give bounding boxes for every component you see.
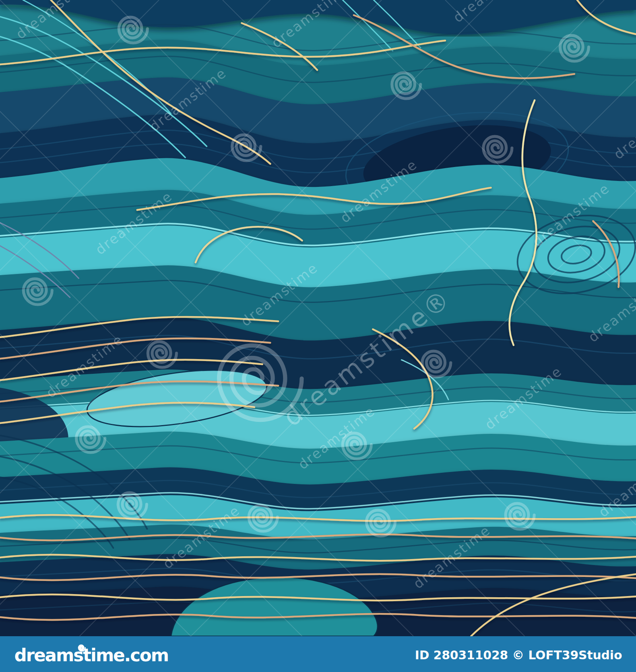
dreamstime-logo: dreamstime.com (14, 645, 168, 665)
footer-bar: dreamstime.com ID 280311028 © LOFT39Stud… (0, 636, 636, 672)
watermark-layer: dreamstime dreamstime dreamstime dreamst… (0, 0, 636, 636)
watermarked-stock-image: dreamstime dreamstime dreamstime dreamst… (0, 0, 636, 672)
stock-photo-preview: dreamstime dreamstime dreamstime dreamst… (0, 0, 636, 672)
image-credit: ID 280311028 © LOFT39Studio (415, 648, 622, 662)
watermark-hairlines (0, 0, 636, 636)
